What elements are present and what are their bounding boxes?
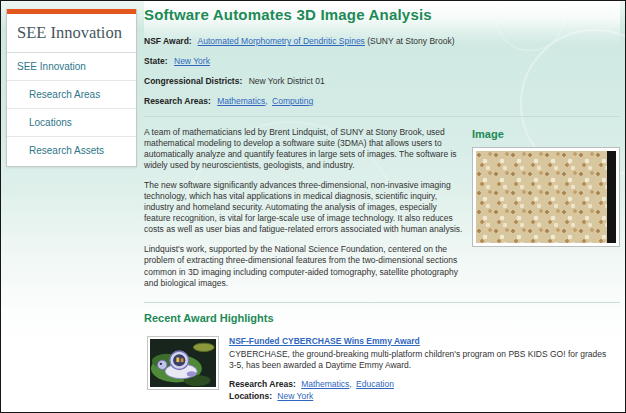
award-metadata: NSF Award: Automated Morphometry of Dend… [144, 36, 620, 117]
cyberchase-thumbnail-art [150, 339, 216, 387]
highlights-heading: Recent Award Highlights [144, 312, 620, 324]
paragraph: Lindquist's work, supported by the Natio… [144, 244, 464, 288]
highlight-meta: Research Areas: Mathematics, Education L… [229, 379, 616, 402]
paragraph: A team of mathematicians led by Brent Li… [144, 127, 464, 171]
paragraph: The new software significantly advances … [144, 180, 464, 235]
nsf-award-link[interactable]: Automated Morphometry of Dendritic Spine… [198, 36, 365, 46]
highlight-text: NSF-Funded CYBERCHASE Wins Emmy Award CY… [229, 336, 616, 403]
sidebar-title: SEE Innovation [7, 14, 136, 53]
research-area-link[interactable]: Mathematics [301, 379, 349, 389]
congressional-districts-value: New York District 01 [249, 76, 325, 86]
research-areas-label: Research Areas: [229, 379, 296, 389]
image-section-heading: Image [472, 128, 620, 140]
image-frame [472, 147, 620, 247]
research-area-link-mathematics[interactable]: Mathematics [217, 96, 265, 106]
highlight-title-link[interactable]: NSF-Funded CYBERCHASE Wins Emmy Award [229, 336, 420, 347]
highlight-description: CYBERCHASE, the ground-breaking multi-pl… [229, 349, 616, 371]
congressional-districts-row: Congressional Districts: New York Distri… [144, 76, 620, 86]
page: SEE Innovation SEE Innovation Research A… [0, 0, 626, 413]
sidebar-item-locations[interactable]: Locations [7, 109, 136, 137]
page-title: Software Automates 3D Image Analysis [144, 6, 620, 23]
sidebar-item-research-areas[interactable]: Research Areas [7, 81, 136, 109]
state-label: State: [144, 56, 168, 66]
location-link[interactable]: New York [277, 391, 313, 401]
highlight-research-areas: Research Areas: Mathematics, Education [229, 379, 616, 390]
separator: , [265, 96, 267, 106]
separator: , [349, 379, 351, 389]
sidebar-item-research-assets[interactable]: Research Assets [7, 137, 136, 166]
sidebar-nav: SEE Innovation Research Areas Locations … [7, 53, 136, 166]
locations-label: Locations: [229, 391, 272, 401]
list-item: NSF-Funded CYBERCHASE Wins Emmy Award CY… [144, 331, 620, 410]
nsf-award-row: NSF Award: Automated Morphometry of Dend… [144, 36, 620, 46]
nsf-award-label: NSF Award: [144, 36, 192, 46]
sidebar-item-see-innovation[interactable]: SEE Innovation [7, 53, 136, 81]
cyberchase-thumbnail[interactable] [147, 336, 219, 390]
recent-award-highlights: Recent Award Highlights [144, 302, 620, 413]
body-section: A team of mathematicians led by Brent Li… [144, 117, 620, 298]
state-row: State: New York [144, 56, 620, 66]
research-area-link[interactable]: Education [356, 379, 394, 389]
sidebar: SEE Innovation SEE Innovation Research A… [6, 9, 137, 167]
research-areas-label: Research Areas: [144, 96, 211, 106]
state-link[interactable]: New York [174, 56, 210, 66]
main-content: Software Automates 3D Image Analysis NSF… [144, 1, 620, 412]
rock-texture-image[interactable] [476, 151, 616, 243]
research-areas-row: Research Areas: Mathematics, Computing [144, 96, 620, 106]
nsf-award-institution: (SUNY at Stony Brook) [367, 36, 454, 46]
image-panel: Image [472, 127, 620, 298]
description-paragraphs: A team of mathematicians led by Brent Li… [144, 127, 464, 298]
highlight-locations: Locations: New York [229, 391, 616, 402]
research-area-link-computing[interactable]: Computing [272, 96, 313, 106]
congressional-districts-label: Congressional Districts: [144, 76, 242, 86]
